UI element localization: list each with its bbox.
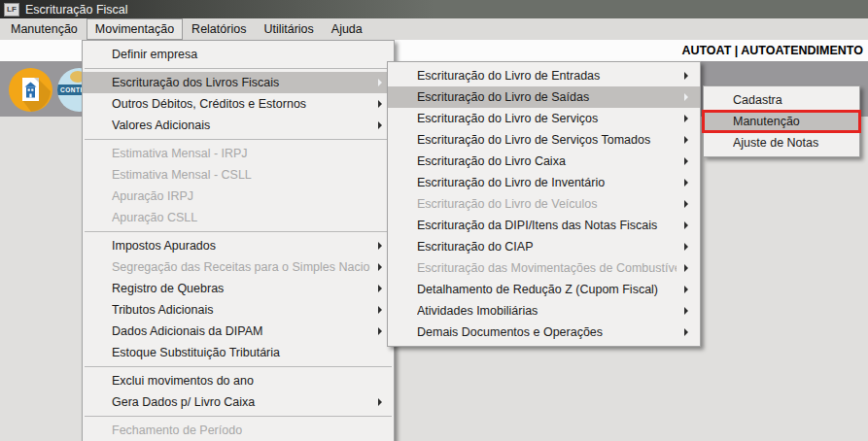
menu-separator — [85, 68, 392, 69]
submenu-arrow-icon — [684, 243, 688, 251]
menu-item-label: Ajuste de Notas — [733, 136, 848, 150]
menu-item-impostos-apurados[interactable]: Impostos Apurados — [83, 235, 394, 256]
menu-item-label: Fechamento de Período — [112, 424, 382, 437]
submenu-arrow-icon — [684, 72, 688, 80]
menu-item-estimativa-mensal-csll: Estimativa Mensal - CSLL — [83, 164, 394, 186]
menu-item-gera-dados-p-livro-caixa[interactable]: Gera Dados p/ Livro Caixa — [83, 391, 394, 413]
menu-separator — [85, 366, 392, 367]
submenu-arrow-icon — [684, 200, 688, 208]
menu-item-atividades-imobiliarias[interactable]: Atividades Imobiliárias — [388, 300, 700, 322]
menu-item-label: Estoque Substituição Tributária — [112, 346, 382, 359]
menu-item-manutencao[interactable]: Manutenção — [704, 111, 859, 132]
menu-item-apuracao-csll: Apuração CSLL — [83, 207, 394, 228]
menu-item-escrituracao-do-ciap[interactable]: Escrituração do CIAP — [388, 236, 700, 257]
menu-separator — [85, 231, 392, 232]
menu-item-label: Detalhamento de Redução Z (Cupom Fiscal) — [417, 283, 677, 296]
menu-item-escrituracao-do-livro-de-servicos-tomados[interactable]: Escrituração do Livro de Serviços Tomado… — [388, 129, 700, 151]
submenu-arrow-icon — [684, 136, 688, 144]
menu-item-label: Estimativa Mensal - CSLL — [112, 168, 382, 182]
submenu-arrow-icon — [378, 398, 382, 406]
menu-item-label: Impostos Apurados — [112, 239, 370, 253]
menu-item-ajuste-de-notas[interactable]: Ajuste de Notas — [704, 132, 859, 153]
menu-item-fechamento-de-periodo: Fechamento de Período — [83, 420, 394, 441]
submenu-arrow-icon — [684, 179, 688, 187]
menu-item-escrituracao-do-livro-de-veiculos: Escrituração do Livro de Veículos — [388, 193, 700, 215]
menubar-item-relatorios[interactable]: Relatórios — [183, 18, 255, 40]
menu-item-dados-adicionais-da-dipam[interactable]: Dados Adicionais da DIPAM — [83, 321, 394, 342]
menu-item-label: Dados Adicionais da DIPAM — [112, 324, 370, 338]
menu-item-label: Atividades Imobiliárias — [417, 304, 677, 318]
menu-item-escrituracao-do-livro-de-inventario[interactable]: Escrituração do Livro de Inventário — [388, 172, 700, 193]
menubar-item-ajuda[interactable]: Ajuda — [323, 18, 371, 40]
menu-separator — [85, 139, 392, 140]
menu-item-label: Relatórios — [191, 22, 246, 36]
menu-item-detalhamento-de-reducao-z-cupom-fiscal[interactable]: Detalhamento de Redução Z (Cupom Fiscal) — [388, 279, 700, 300]
menu-item-apuracao-irpj: Apuração IRPJ — [83, 186, 394, 207]
menu-item-registro-de-quebras[interactable]: Registro de Quebras — [83, 278, 394, 299]
submenu-arrow-icon — [684, 328, 688, 336]
menu-item-label: Escrituração do Livro de Inventário — [417, 176, 677, 189]
dropdown-menu-movimentacao: Definir empresaEscrituração dos Livros F… — [82, 40, 395, 441]
menu-item-label: Exclui movimentos do ano — [112, 374, 382, 388]
title-bar: LF Escrituração Fiscal — [0, 0, 868, 18]
menu-item-label: Outros Débitos, Créditos e Estornos — [112, 97, 370, 111]
dropdown-menu-escrituracao-livros-fiscais: Escrituração do Livro de EntradasEscritu… — [387, 61, 701, 347]
menu-item-label: Escrituração do Livro de Serviços — [417, 112, 677, 125]
menu-item-label: Manutenção — [733, 115, 848, 128]
menu-item-label: Demais Documentos e Operações — [417, 325, 677, 339]
submenu-arrow-icon — [684, 264, 688, 272]
menu-bar: ManutençãoMovimentaçãoRelatóriosUtilitár… — [0, 18, 868, 40]
submenu-arrow-icon — [378, 327, 382, 335]
menu-item-label: Escrituração dos Livros Fiscais — [112, 76, 370, 89]
menu-item-label: Registro de Quebras — [112, 282, 370, 295]
submenu-arrow-icon — [378, 263, 382, 271]
menu-item-label: Escrituração das Movimentações de Combus… — [417, 261, 677, 275]
menubar-item-manutencao[interactable]: Manutenção — [2, 18, 87, 40]
menu-separator — [85, 416, 392, 417]
menu-item-label: Valores Adicionais — [112, 119, 370, 132]
submenu-arrow-icon — [684, 93, 688, 101]
menu-item-label: Definir empresa — [112, 48, 382, 61]
menu-item-outros-debitos-creditos-e-estornos[interactable]: Outros Débitos, Créditos e Estornos — [83, 93, 394, 115]
menu-item-label: Segregação das Receitas para o Simples N… — [112, 260, 370, 274]
menu-item-label: Escrituração do Livro Caixa — [417, 154, 677, 168]
menubar-item-movimentacao[interactable]: Movimentação — [87, 18, 183, 40]
fiscal-document-icon — [9, 68, 52, 112]
menu-item-label: Escrituração do Livro de Saídas — [417, 90, 677, 104]
submenu-arrow-icon — [378, 306, 382, 314]
submenu-arrow-icon — [378, 100, 382, 108]
menu-item-cadastra[interactable]: Cadastra — [704, 89, 859, 111]
fiscal-app-icon[interactable] — [9, 68, 52, 112]
menu-item-escrituracao-dos-livros-fiscais[interactable]: Escrituração dos Livros Fiscais — [83, 72, 394, 93]
menu-item-escrituracao-do-livro-de-saidas[interactable]: Escrituração do Livro de Saídas — [388, 86, 700, 108]
submenu-arrow-icon — [378, 285, 382, 292]
menu-item-label: Apuração IRPJ — [112, 189, 382, 203]
submenu-arrow-icon — [378, 121, 382, 129]
menu-item-label: Tributos Adicionais — [112, 303, 370, 317]
menu-item-label: Escrituração do Livro de Serviços Tomado… — [417, 133, 677, 147]
menu-item-segregacao-das-receitas-para-o-simples-nacional: Segregação das Receitas para o Simples N… — [83, 256, 394, 278]
menu-item-escrituracao-da-dipi-itens-das-notas-fiscais[interactable]: Escrituração da DIPI/Itens das Notas Fis… — [388, 215, 700, 236]
menu-item-valores-adicionais[interactable]: Valores Adicionais — [83, 115, 394, 136]
menu-item-demais-documentos-e-operacoes[interactable]: Demais Documentos e Operações — [388, 322, 700, 343]
submenu-arrow-icon — [378, 79, 382, 86]
menu-item-definir-empresa[interactable]: Definir empresa — [83, 44, 394, 65]
submenu-arrow-icon — [378, 242, 382, 250]
menu-item-label: Cadastra — [733, 93, 848, 107]
submenu-arrow-icon — [684, 286, 688, 293]
menu-item-escrituracao-do-livro-caixa[interactable]: Escrituração do Livro Caixa — [388, 151, 700, 172]
menubar-item-utilitarios[interactable]: Utilitários — [255, 18, 322, 40]
menu-item-escrituracao-das-movimentacoes-de-combustiveis: Escrituração das Movimentações de Combus… — [388, 257, 700, 279]
dropdown-menu-livro-de-saidas: CadastraManutençãoAjuste de Notas — [703, 85, 860, 157]
menu-item-exclui-movimentos-do-ano[interactable]: Exclui movimentos do ano — [83, 370, 394, 391]
menu-item-escrituracao-do-livro-de-entradas[interactable]: Escrituração do Livro de Entradas — [388, 65, 700, 86]
app-window: LF Escrituração Fiscal ManutençãoMovimen… — [0, 0, 868, 441]
menu-item-label: Estimativa Mensal - IRPJ — [112, 147, 382, 160]
menu-item-estoque-substituicao-tributaria[interactable]: Estoque Substituição Tributária — [83, 342, 394, 363]
menu-item-escrituracao-do-livro-de-servicos[interactable]: Escrituração do Livro de Serviços — [388, 108, 700, 129]
app-icon: LF — [4, 3, 19, 17]
menu-item-tributos-adicionais[interactable]: Tributos Adicionais — [83, 299, 394, 321]
window-title: Escrituração Fiscal — [25, 3, 128, 17]
autoatendimento-label: AUTOAT | AUTOATENDIMENTO — [681, 44, 863, 57]
submenu-arrow-icon — [684, 221, 688, 229]
